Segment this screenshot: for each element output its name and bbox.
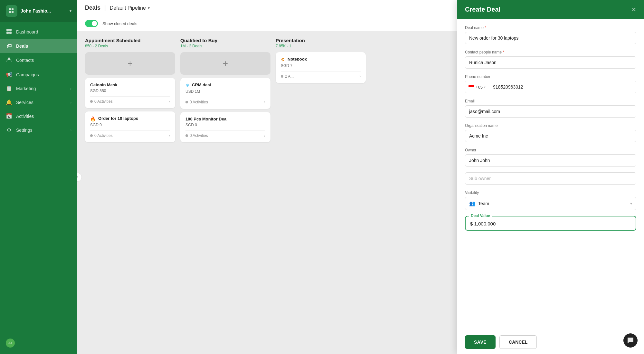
chat-fab-button[interactable] xyxy=(623,333,638,348)
fire-icon: 🔥 xyxy=(90,116,96,121)
activity-dot-icon xyxy=(185,134,188,137)
gear-icon: ⚙ xyxy=(281,57,285,62)
svg-rect-7 xyxy=(9,32,12,34)
sidebar-item-services[interactable]: 🔔 Services › xyxy=(0,95,77,109)
add-card-btn-appointment[interactable]: + xyxy=(85,52,175,75)
visibility-select[interactable]: 👥 Team ▾ xyxy=(465,197,636,210)
deal-card[interactable]: Gelonin Mesk SGD 850 0 Activities › xyxy=(85,78,175,108)
user-avatar: JJ xyxy=(6,339,15,348)
pipeline-name: Default Pipeline xyxy=(110,5,146,11)
activity-dot-icon xyxy=(185,101,188,103)
sidebar-item-dashboard[interactable]: Dashboard xyxy=(0,24,77,39)
create-deal-panel: Create Deal ✕ Deal name * Contact people… xyxy=(457,0,644,354)
panel-close-button[interactable]: ✕ xyxy=(631,6,636,13)
flag-sg-icon xyxy=(469,85,474,89)
settings-expand-icon: › xyxy=(70,128,71,132)
deal-amount: SGD 7... xyxy=(281,63,361,68)
deal-name: 100 Pcs Monitor Deal xyxy=(185,117,228,121)
deal-card[interactable]: 🔥 Order for 10 laptops SGD 0 0 Activitie… xyxy=(85,111,175,142)
app-logo xyxy=(6,5,17,17)
phone-country-selector[interactable]: +65 ▾ xyxy=(465,81,489,93)
deal-card[interactable]: ⚙ Notebook SGD 7... 2 A... › xyxy=(276,52,366,83)
sidebar: John Fashio... ▾ Dashboard 🏷 Deals xyxy=(0,0,77,354)
visibility-field: Visibility 👥 Team ▾ xyxy=(465,190,636,210)
marketing-expand-icon: › xyxy=(70,87,71,91)
deal-card-arrow-icon: › xyxy=(359,74,361,79)
email-field: Email xyxy=(465,99,636,118)
activities-count: 0 Activities xyxy=(94,99,113,104)
svg-rect-1 xyxy=(12,8,14,10)
panel-header: Create Deal ✕ xyxy=(457,0,644,19)
sidebar-header[interactable]: John Fashio... ▾ xyxy=(0,0,77,22)
phone-input-row: +65 ▾ xyxy=(465,81,636,93)
sidebar-item-campaigns[interactable]: 📢 Campaigns xyxy=(0,68,77,81)
activity-dot-icon xyxy=(281,75,283,78)
col-meta-appointment: 850 - 2 Deals xyxy=(85,44,175,48)
col-header-qualified: Qualified to Buy 1M - 2 Deals xyxy=(180,38,270,48)
org-name-label: Organization name xyxy=(465,123,636,128)
sub-owner-input[interactable] xyxy=(465,172,636,185)
user-name: John Fashio... xyxy=(21,8,66,14)
deal-value-input[interactable] xyxy=(470,221,631,226)
sidebar-item-settings[interactable]: ⚙ Settings › xyxy=(0,123,77,137)
services-icon: 🔔 xyxy=(6,99,12,105)
sidebar-item-contacts-label: Contacts xyxy=(16,58,34,63)
panel-footer: SAVE CANCEL xyxy=(457,330,644,354)
email-input[interactable] xyxy=(465,105,636,118)
deal-card[interactable]: 100 Pcs Monitor Deal SGD 0 0 Activities … xyxy=(180,112,270,142)
campaigns-icon: 📢 xyxy=(6,72,12,78)
contact-name-input[interactable] xyxy=(465,56,636,69)
deal-card-arrow-icon: › xyxy=(264,133,265,138)
sidebar-item-campaigns-label: Campaigns xyxy=(16,72,39,77)
sidebar-item-marketing-label: Marketing xyxy=(16,86,36,91)
user-avatar-footer[interactable]: JJ xyxy=(6,337,71,349)
svg-rect-3 xyxy=(12,11,14,13)
deal-value-section: Deal Value xyxy=(465,216,636,231)
deal-name: Order for 10 laptops xyxy=(98,116,138,121)
page-title: Deals xyxy=(85,5,100,11)
svg-rect-4 xyxy=(6,29,9,31)
activities-count: 0 Activities xyxy=(94,133,113,138)
sidebar-item-activities-label: Activities xyxy=(16,114,34,119)
activities-count: 0 Activities xyxy=(190,133,208,138)
kanban-column-appointment: Appointment Scheduled 850 - 2 Deals + Ge… xyxy=(85,38,175,348)
contact-name-label: Contact people name * xyxy=(465,50,636,54)
phone-country-chevron-icon: ▾ xyxy=(484,85,486,89)
contact-name-field: Contact people name * xyxy=(465,50,636,69)
svg-rect-0 xyxy=(9,8,11,10)
phone-number-input[interactable] xyxy=(489,81,636,93)
pipeline-selector[interactable]: Default Pipeline ▾ xyxy=(110,5,150,11)
activities-badge: 0 Activities xyxy=(185,133,208,138)
panel-title: Create Deal xyxy=(465,6,500,13)
sidebar-item-deals-label: Deals xyxy=(16,43,28,49)
col-header-appointment: Appointment Scheduled 850 - 2 Deals xyxy=(85,38,175,48)
add-card-btn-qualified[interactable]: + xyxy=(180,52,270,75)
deal-amount: SGD 0 xyxy=(185,123,265,127)
save-button[interactable]: SAVE xyxy=(465,335,496,349)
cancel-button[interactable]: CANCEL xyxy=(499,335,537,349)
deal-card[interactable]: ❄ CRM deal USD 1M 0 Activities › xyxy=(180,78,270,109)
settings-icon: ⚙ xyxy=(6,127,12,133)
sub-owner-field xyxy=(465,172,636,185)
activity-dot-icon xyxy=(90,100,93,103)
sidebar-item-marketing[interactable]: 📋 Marketing › xyxy=(0,81,77,95)
svg-rect-5 xyxy=(9,29,12,31)
sidebar-item-contacts[interactable]: Contacts xyxy=(0,53,77,68)
svg-rect-2 xyxy=(9,11,11,13)
activities-badge: 0 Activities xyxy=(185,100,208,104)
visibility-chevron-icon: ▾ xyxy=(630,201,632,206)
activities-badge: 0 Activities xyxy=(90,133,113,138)
deal-name-input[interactable] xyxy=(465,32,636,44)
team-icon: 👥 xyxy=(469,200,476,206)
org-name-input[interactable] xyxy=(465,130,636,142)
sidebar-chevron-icon: ▾ xyxy=(70,9,71,13)
owner-input[interactable] xyxy=(465,154,636,167)
services-expand-icon: › xyxy=(70,100,71,104)
sidebar-item-dashboard-label: Dashboard xyxy=(16,29,38,34)
activities-badge: 0 Activities xyxy=(90,99,113,104)
snowflake-icon: ❄ xyxy=(185,83,189,88)
sidebar-item-deals[interactable]: 🏷 Deals xyxy=(0,39,77,53)
pipeline-chevron-icon: ▾ xyxy=(148,6,150,10)
sidebar-item-activities[interactable]: 📅 Activities xyxy=(0,109,77,123)
show-closed-deals-toggle[interactable] xyxy=(85,20,98,27)
